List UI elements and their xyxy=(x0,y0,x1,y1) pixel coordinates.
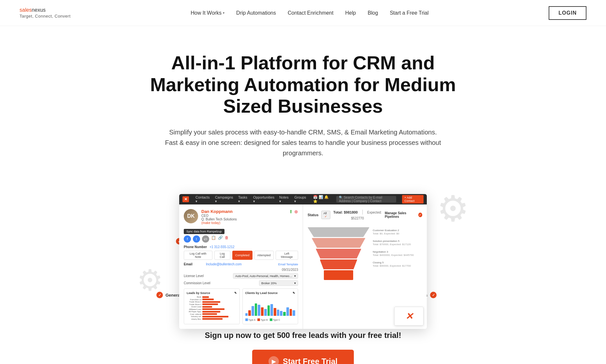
chevron-down-icon: ▾ xyxy=(294,274,296,278)
cta-label: Start Free Trial xyxy=(283,357,338,364)
btn-completed[interactable]: Completed xyxy=(232,251,252,260)
bar-v xyxy=(245,313,248,316)
chart-leads-by-source: Leads by Source ✎ Bank Franchise Ld Trad… xyxy=(184,288,240,324)
crm-left-panel: DK Dan Koppmann CEO Q. Bullen Tech Solut… xyxy=(179,204,303,329)
chart2-bars xyxy=(245,296,296,317)
bar-row: All Paper Agcy xyxy=(187,311,237,313)
logo-tagline: Target, Connect, Convert xyxy=(20,14,71,19)
btn-log-call[interactable]: Log Call xyxy=(214,251,230,260)
crm-divider: | xyxy=(362,209,363,215)
check-mark: ✓ xyxy=(325,215,327,218)
bar-v xyxy=(283,312,286,316)
nav-help[interactable]: Help xyxy=(345,10,356,16)
funnel-stage-3 xyxy=(316,249,361,259)
logo[interactable]: salesnexus Target, Connect, Convert xyxy=(20,7,71,19)
crm-license-label: License Level xyxy=(184,274,204,278)
check-icon-generate: ✓ xyxy=(156,292,163,298)
bar-v xyxy=(277,310,280,316)
btn-attempted[interactable]: Attempted xyxy=(254,251,274,260)
header: salesnexus Target, Connect, Convert How … xyxy=(0,0,606,26)
nav-contact-enrichment[interactable]: Contact Enrichment xyxy=(288,10,334,16)
icon-up: ⬆ xyxy=(289,209,293,214)
funnel-label-1: Customer Evaluation 2Total: $0, Expected… xyxy=(373,227,414,237)
login-button[interactable]: LOGIN xyxy=(549,6,586,20)
legend-item: Type C xyxy=(270,318,280,321)
logo-nexus: nexus xyxy=(32,7,46,13)
crm-action-buttons: Log Call with Note Log Call Completed At… xyxy=(184,251,298,260)
funnel-label-2: Solution presentation 5Total: $70000, Ex… xyxy=(373,238,414,248)
crm-nav-groups[interactable]: Groups ▾ xyxy=(294,195,308,203)
hero-title: All-in-1 Platform for CRM and Marketing … xyxy=(140,52,466,117)
icon-tag[interactable]: 🏷 xyxy=(202,235,209,243)
crm-status-badge[interactable]: All ✓ xyxy=(321,211,330,219)
nav-how-it-works[interactable]: How It Works ▾ xyxy=(191,10,224,16)
bar-row: Franchise Ld xyxy=(187,299,237,301)
bar-row: Liberty Mut. xyxy=(187,318,237,320)
check-icon-manage: ✓ xyxy=(418,213,422,217)
crm-nav-notes[interactable]: Notes ▾ xyxy=(279,195,291,203)
gear-icon-right: ⚙ xyxy=(437,191,469,227)
crm-logo: ✕ xyxy=(182,196,189,202)
crm-commission-select[interactable]: Broker 20% ▾ xyxy=(259,280,298,286)
crm-contact-role: CEO xyxy=(201,214,286,217)
mockup-container: ⚙ ⚙ ✓ Build lists of potential clients ✓… xyxy=(156,188,450,305)
crm-right-panel: Status All ✓ Total: $981800 | Expected: … xyxy=(303,204,427,329)
crm-contact-header: DK Dan Koppmann CEO Q. Bullen Tech Solut… xyxy=(184,209,298,225)
bar-v xyxy=(267,305,270,316)
crm-add-btn[interactable]: + Add Contact xyxy=(402,195,424,203)
crm-nav-campaigns[interactable]: Campaigns ▾ xyxy=(215,195,234,203)
crm-charts: Leads by Source ✎ Bank Franchise Ld Trad… xyxy=(184,288,298,324)
icon-delete[interactable]: 🗑 xyxy=(225,235,229,243)
btn-log-call-note[interactable]: Log Call with Note xyxy=(184,251,212,260)
nav-start-free-trial[interactable]: Start a Free Trial xyxy=(390,10,428,16)
nav-blog[interactable]: Blog xyxy=(368,10,378,16)
crm-email-template[interactable]: Email Template xyxy=(278,263,298,266)
hero-subtitle: Simplify your sales process with easy-to… xyxy=(163,127,443,158)
crm-nav-icons: 📅 📊 🔔 ⭐ xyxy=(313,195,333,203)
crm-manage-btn[interactable]: Manage Sales Pipelines ✓ xyxy=(385,211,422,218)
crm-license-select[interactable]: Auto-Pool, Auto-Personal, Health, Homeow… xyxy=(233,273,298,279)
crm-contact-link[interactable]: (make today) xyxy=(201,221,286,225)
icon-action-1[interactable]: 📋 xyxy=(211,235,216,243)
chart2-title: Clients by Lead Source ✎ xyxy=(245,291,296,295)
bar-v xyxy=(261,307,264,316)
bar-v xyxy=(274,308,276,316)
bar-row: Trade Show 1 xyxy=(187,301,237,303)
legend-item: Type B xyxy=(257,318,268,321)
bar-row: Trade Show 2 xyxy=(187,303,237,305)
crm-total-value: Total: $981800 xyxy=(333,210,358,214)
crm-card-logo: ✕ xyxy=(394,307,424,326)
funnel-stage-2 xyxy=(312,238,366,248)
funnel-label-3: Negotiation 3Total: $400000, Expected: $… xyxy=(373,249,414,259)
bar-v xyxy=(270,304,273,316)
crm-tooltip-area: Sync data from Rampelzup xyxy=(184,228,298,234)
chart1-edit-icon[interactable]: ✎ xyxy=(234,291,237,295)
signup-text: Sign up now to get 500 free leads with y… xyxy=(65,331,541,340)
crm-email-row: Email Include@bullentech.com Email Templ… xyxy=(184,262,298,266)
btn-left-message[interactable]: Left Message xyxy=(276,251,298,260)
crm-nav-contacts[interactable]: Contacts ▾ xyxy=(195,195,211,203)
crm-nav-tasks[interactable]: Tasks ▾ xyxy=(238,195,249,203)
crm-commission-value: Broker 20% xyxy=(261,282,277,285)
crm-sync-icons: ⬆ ⊕ xyxy=(289,209,298,214)
chart2-legend: Type A Type B Type C xyxy=(245,318,296,321)
crm-contact-info: Dan Koppmann CEO Q. Bullen Tech Solution… xyxy=(201,209,286,225)
funnel-label-5 xyxy=(373,270,414,280)
crm-phone-row: Phone Number +1 312-555-1212 xyxy=(184,245,298,249)
funnel-stage-4 xyxy=(320,259,357,269)
bar-v xyxy=(248,310,251,316)
icon-action-2[interactable]: 🔗 xyxy=(218,235,223,243)
crm-tooltip: Sync data from Rampelzup xyxy=(184,229,224,234)
cta-play-icon: ▶ xyxy=(268,356,279,364)
start-free-trial-button[interactable]: ▶ Start Free Trial xyxy=(252,350,354,364)
crm-nav-opportunities[interactable]: Opportunities ▾ xyxy=(253,195,275,203)
crm-mockup: ✕ Contacts ▾ Campaigns ▾ Tasks ▾ Opportu… xyxy=(179,194,427,329)
icon-facebook[interactable]: f xyxy=(184,235,191,243)
nav-drip-automations[interactable]: Drip Automations xyxy=(236,10,276,16)
funnel-label-4: Closing 5Total: $90000, Expected: $17700 xyxy=(373,259,414,269)
chart1-bars: Bank Franchise Ld Trade Show 1 Trade Sho… xyxy=(187,296,237,320)
crm-license-row: License Level Auto-Pool, Auto-Personal, … xyxy=(184,273,298,279)
chart2-edit-icon[interactable]: ✎ xyxy=(293,291,295,295)
crm-search-bar[interactable]: 🔍 Search Contacts by E-mail Address | Co… xyxy=(336,196,396,203)
icon-twitter[interactable]: t xyxy=(193,235,200,243)
